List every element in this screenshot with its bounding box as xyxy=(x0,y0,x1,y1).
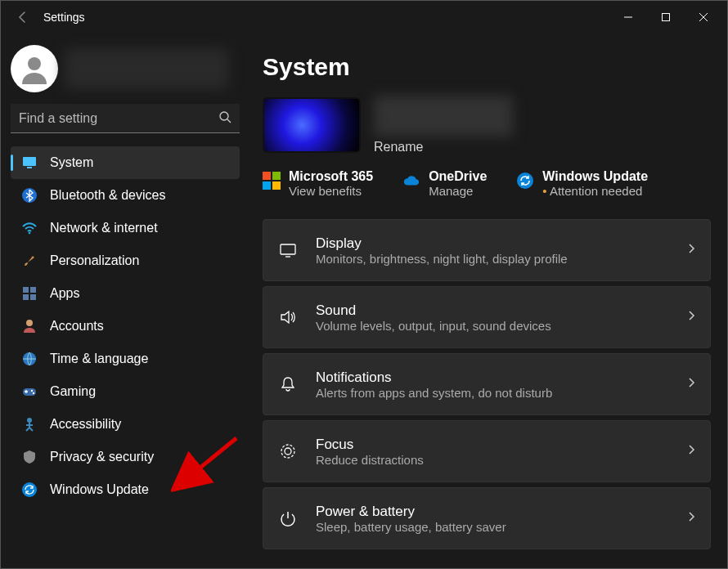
card-focus[interactable]: Focus Reduce distractions xyxy=(263,420,711,482)
card-subtitle: Sleep, battery usage, battery saver xyxy=(316,520,506,534)
back-button[interactable] xyxy=(12,7,34,28)
monitor-icon xyxy=(20,154,38,172)
sidebar-item-bluetooth[interactable]: Bluetooth & devices xyxy=(11,179,240,212)
bluetooth-icon xyxy=(20,186,38,204)
sidebar-item-label: Bluetooth & devices xyxy=(50,188,165,203)
user-block[interactable] xyxy=(11,45,240,92)
sidebar: SystemBluetooth & devicesNetwork & inter… xyxy=(1,34,246,568)
sidebar-item-label: Accounts xyxy=(50,319,104,334)
sync-icon xyxy=(516,172,534,190)
minimize-button[interactable] xyxy=(609,4,647,30)
status-row: Microsoft 365 View benefits OneDrive Man… xyxy=(263,169,711,198)
microsoft-icon xyxy=(263,172,281,190)
cloud-icon xyxy=(402,172,420,190)
power-icon xyxy=(276,507,299,530)
sidebar-item-label: Apps xyxy=(50,286,79,301)
chevron-right-icon xyxy=(685,377,697,392)
device-name-redacted xyxy=(374,96,513,137)
person-icon xyxy=(20,317,38,335)
chevron-right-icon xyxy=(685,511,697,526)
chevron-right-icon xyxy=(685,243,697,258)
sidebar-item-accessibility[interactable]: Accessibility xyxy=(11,408,240,441)
status-update[interactable]: Windows Update • Attention needed xyxy=(516,169,648,198)
svg-rect-14 xyxy=(30,294,36,300)
card-notifications[interactable]: Notifications Alerts from apps and syste… xyxy=(263,353,711,415)
sync-icon xyxy=(20,481,38,499)
svg-point-10 xyxy=(29,232,31,235)
search-input[interactable] xyxy=(19,111,218,126)
target-icon xyxy=(276,440,299,463)
status-update-sub: • Attention needed xyxy=(542,184,648,198)
sidebar-item-update[interactable]: Windows Update xyxy=(11,473,240,506)
sidebar-item-label: Windows Update xyxy=(50,482,149,497)
sidebar-item-label: Network & internet xyxy=(50,221,158,235)
svg-point-22 xyxy=(517,172,533,189)
svg-point-18 xyxy=(31,390,33,392)
sidebar-item-label: Gaming xyxy=(50,384,96,399)
card-subtitle: Volume levels, output, input, sound devi… xyxy=(316,319,551,333)
shield-icon xyxy=(20,448,38,466)
status-onedrive-title: OneDrive xyxy=(429,169,487,184)
card-subtitle: Monitors, brightness, night light, displ… xyxy=(316,252,568,266)
monitor-icon xyxy=(276,239,299,262)
gamepad-icon xyxy=(20,383,38,401)
svg-rect-7 xyxy=(23,157,36,166)
wifi-icon xyxy=(20,219,38,237)
svg-line-6 xyxy=(227,119,231,123)
sidebar-item-label: Time & language xyxy=(50,352,148,366)
avatar xyxy=(11,45,58,92)
status-onedrive-sub: Manage xyxy=(429,184,487,198)
svg-point-5 xyxy=(220,112,228,120)
sidebar-item-label: System xyxy=(50,155,93,170)
chevron-right-icon xyxy=(685,310,697,325)
status-update-title: Windows Update xyxy=(542,169,648,184)
svg-point-15 xyxy=(26,320,33,326)
sidebar-item-system[interactable]: System xyxy=(11,146,240,179)
bell-icon xyxy=(276,373,299,396)
search-box[interactable] xyxy=(11,104,240,133)
speaker-icon xyxy=(276,306,299,329)
card-power[interactable]: Power & battery Sleep, battery usage, ba… xyxy=(263,487,711,549)
sidebar-item-network[interactable]: Network & internet xyxy=(11,212,240,244)
window-title: Settings xyxy=(43,11,85,24)
svg-point-26 xyxy=(285,448,291,455)
sidebar-item-personalization[interactable]: Personalization xyxy=(11,244,240,277)
card-display[interactable]: Display Monitors, brightness, night ligh… xyxy=(263,219,711,281)
device-thumbnail[interactable] xyxy=(263,97,361,153)
card-sound[interactable]: Sound Volume levels, output, input, soun… xyxy=(263,286,711,348)
main-panel: System Rename Microsoft 365 View benefit… xyxy=(246,34,727,568)
chevron-right-icon xyxy=(685,444,697,459)
grid-icon xyxy=(20,284,38,302)
sidebar-item-label: Personalization xyxy=(50,253,139,268)
card-title: Notifications xyxy=(316,370,552,386)
window-controls xyxy=(609,4,722,30)
svg-rect-12 xyxy=(30,287,36,293)
card-title: Display xyxy=(316,235,568,252)
svg-rect-1 xyxy=(663,14,670,21)
sidebar-item-accounts[interactable]: Accounts xyxy=(11,310,240,343)
sidebar-item-privacy[interactable]: Privacy & security xyxy=(11,441,240,473)
maximize-button[interactable] xyxy=(647,4,685,30)
sidebar-item-time[interactable]: Time & language xyxy=(11,343,240,375)
status-m365[interactable]: Microsoft 365 View benefits xyxy=(263,169,373,198)
svg-rect-8 xyxy=(27,167,32,168)
globe-icon xyxy=(20,350,38,368)
sidebar-nav: SystemBluetooth & devicesNetwork & inter… xyxy=(11,146,240,506)
sidebar-item-label: Accessibility xyxy=(50,417,121,432)
svg-rect-13 xyxy=(23,294,29,300)
sidebar-item-gaming[interactable]: Gaming xyxy=(11,375,240,408)
sidebar-item-apps[interactable]: Apps xyxy=(11,277,240,310)
device-row: Rename xyxy=(263,96,711,155)
svg-rect-23 xyxy=(281,244,295,254)
settings-cards: Display Monitors, brightness, night ligh… xyxy=(263,219,711,549)
close-button[interactable] xyxy=(685,4,722,30)
status-m365-title: Microsoft 365 xyxy=(289,169,373,184)
svg-point-19 xyxy=(33,392,34,394)
status-m365-sub: View benefits xyxy=(289,184,373,198)
card-subtitle: Reduce distractions xyxy=(316,453,424,467)
svg-point-25 xyxy=(281,445,294,458)
sidebar-item-label: Privacy & security xyxy=(50,450,154,464)
status-onedrive[interactable]: OneDrive Manage xyxy=(402,169,487,198)
rename-link[interactable]: Rename xyxy=(374,140,513,155)
title-bar: Settings xyxy=(1,1,727,34)
